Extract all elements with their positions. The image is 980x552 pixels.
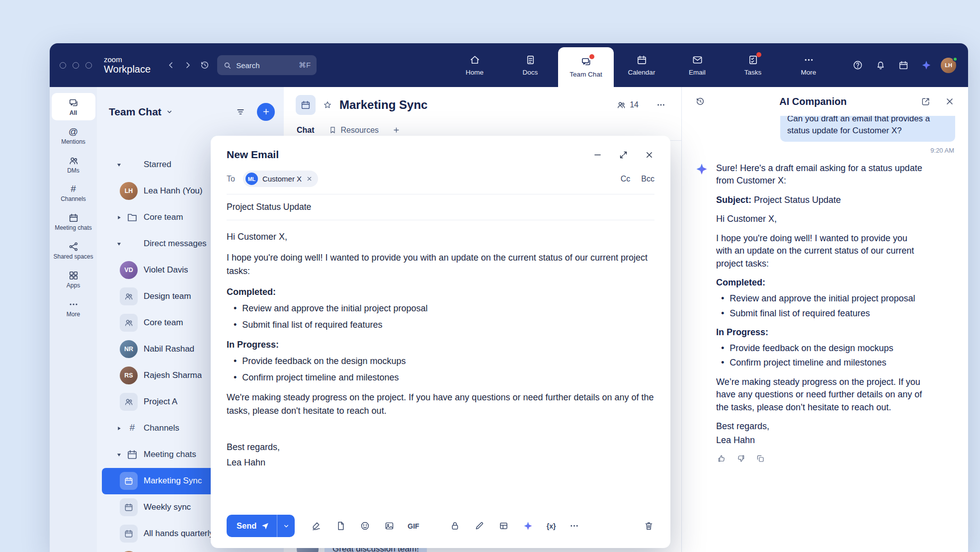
ai-open-window-button[interactable]	[917, 93, 934, 110]
chat-label: Project A	[144, 397, 177, 407]
variables-button[interactable]: {x}	[547, 522, 556, 530]
email-body-editor[interactable]: Hi Customer X, I hope you're doing well!…	[211, 220, 670, 508]
insert-image-button[interactable]	[383, 520, 395, 532]
nav-item-home[interactable]: Home	[447, 43, 502, 87]
ai-response-message: Sure! Here's a draft email asking for a …	[695, 162, 955, 464]
bookmark-icon	[328, 126, 337, 134]
ai-completed-list: Review and approve the initial project p…	[716, 292, 925, 320]
send-options-button[interactable]	[277, 515, 295, 537]
upcoming-events-button[interactable]	[895, 57, 912, 74]
nav-back-button[interactable]	[163, 57, 179, 74]
ai-companion-panel: AI Companion Can you draft an email that…	[681, 87, 968, 552]
search-input[interactable]: Search ⌘F	[217, 55, 317, 75]
encrypt-button[interactable]	[449, 520, 461, 532]
ai-compose-button[interactable]	[522, 520, 534, 532]
rail-item-more[interactable]: More	[52, 294, 95, 322]
list-item-text: Confirm project timeline and milestones	[242, 371, 399, 384]
nav-forward-button[interactable]	[179, 57, 196, 74]
member-count-value: 14	[630, 100, 639, 109]
search-shortcut: ⌘F	[299, 61, 311, 70]
rail-item-meeting-chats[interactable]: Meeting chats	[52, 208, 95, 235]
cc-button[interactable]: Cc	[621, 175, 631, 184]
rail-item-shared-spaces[interactable]: Shared spaces	[52, 237, 95, 264]
nav-item-team-chat[interactable]: Team Chat	[558, 47, 614, 87]
ai-history-button[interactable]	[692, 93, 709, 110]
member-count[interactable]: 14	[616, 100, 639, 110]
compose-toolbar: Send GIF {x}	[211, 508, 670, 548]
signature-button[interactable]	[310, 520, 322, 532]
discard-draft-button[interactable]	[643, 520, 654, 532]
paper-plane-icon	[261, 522, 269, 530]
nav-item-calendar[interactable]: Calendar	[614, 43, 669, 87]
toolbar-more-button[interactable]	[568, 520, 580, 532]
nav-right-controls: LH	[849, 57, 956, 74]
rail-item-dms[interactable]: DMs	[52, 151, 95, 178]
subject-label: Subject:	[716, 195, 751, 205]
group-icon	[120, 287, 138, 305]
ai-companion-button[interactable]	[918, 57, 935, 74]
recipient-chip[interactable]: ML Customer X	[243, 171, 318, 187]
chat-list-title[interactable]: Team Chat	[109, 106, 162, 118]
remove-recipient-button[interactable]	[306, 176, 313, 182]
list-item: Confirm project timeline and milestones	[227, 371, 654, 384]
zoom-workplace-logo: zoom Workplace	[104, 56, 151, 75]
edit-button[interactable]	[474, 520, 486, 532]
modal-header: New Email	[211, 136, 670, 169]
folder-icon	[126, 211, 138, 223]
star-channel-button[interactable]	[323, 100, 332, 110]
close-button[interactable]	[644, 149, 654, 160]
nav-item-tasks[interactable]: Tasks	[725, 43, 781, 87]
filter-button[interactable]	[232, 103, 249, 120]
notifications-button[interactable]	[872, 57, 889, 74]
cc-bcc-controls: Cc Bcc	[621, 175, 654, 184]
thumbs-down-button[interactable]	[735, 453, 746, 464]
rail-item-channels[interactable]: # Channels	[52, 179, 95, 206]
copy-button[interactable]	[755, 453, 766, 464]
channel-more-button[interactable]	[653, 96, 669, 113]
section-label: Starred	[144, 160, 171, 170]
pencil-icon	[474, 521, 485, 531]
nav-item-email[interactable]: Email	[669, 43, 725, 87]
new-email-modal: New Email To ML Customer X Cc Bcc Projec…	[211, 136, 670, 548]
expand-button[interactable]	[618, 149, 629, 160]
avatar: LH	[120, 182, 138, 200]
subject-field[interactable]: Project Status Update	[211, 194, 670, 220]
caret-down-icon	[282, 522, 290, 530]
smiley-icon	[360, 521, 370, 531]
rail-item-apps[interactable]: Apps	[52, 266, 95, 293]
recipient-avatar: ML	[245, 173, 258, 185]
email-greeting: Hi Customer X,	[227, 230, 654, 244]
attach-file-button[interactable]	[334, 520, 346, 532]
window-close-button[interactable]	[60, 62, 66, 69]
window-minimize-button[interactable]	[73, 62, 79, 69]
new-chat-button[interactable]	[257, 103, 275, 121]
gif-button[interactable]: GIF	[408, 522, 419, 530]
thumbs-up-button[interactable]	[716, 453, 727, 464]
chat-label: Rajesh Sharma	[144, 370, 202, 380]
group-icon	[120, 393, 138, 411]
tab-label: Resources	[341, 126, 379, 135]
image-icon	[384, 521, 395, 531]
user-avatar[interactable]: LH	[941, 58, 956, 73]
send-button[interactable]: Send	[227, 515, 277, 537]
window-zoom-button[interactable]	[85, 62, 92, 69]
rail-item-all[interactable]: All	[52, 93, 95, 120]
template-button[interactable]	[498, 520, 510, 532]
primary-nav: Home Docs Team Chat Calendar Email	[447, 43, 836, 87]
notification-dot	[589, 54, 594, 59]
list-item-text: Submit final list of required features	[242, 318, 382, 332]
ai-close-button[interactable]	[941, 93, 958, 110]
ai-conversation[interactable]: Can you draft an email that provides a s…	[682, 116, 968, 552]
minimize-button[interactable]	[592, 149, 603, 160]
section-label: Direct messages	[144, 239, 207, 249]
emoji-button[interactable]	[359, 520, 371, 532]
layout-icon	[498, 521, 509, 531]
history-button[interactable]	[196, 57, 213, 74]
bcc-button[interactable]: Bcc	[641, 175, 654, 184]
nav-item-more[interactable]: More	[781, 43, 836, 87]
help-button[interactable]	[849, 57, 866, 74]
chat-list-actions	[232, 103, 275, 121]
nav-item-docs[interactable]: Docs	[502, 43, 558, 87]
rail-item-mentions[interactable]: @ Mentions	[52, 122, 95, 149]
chevron-down-icon[interactable]	[165, 108, 173, 116]
